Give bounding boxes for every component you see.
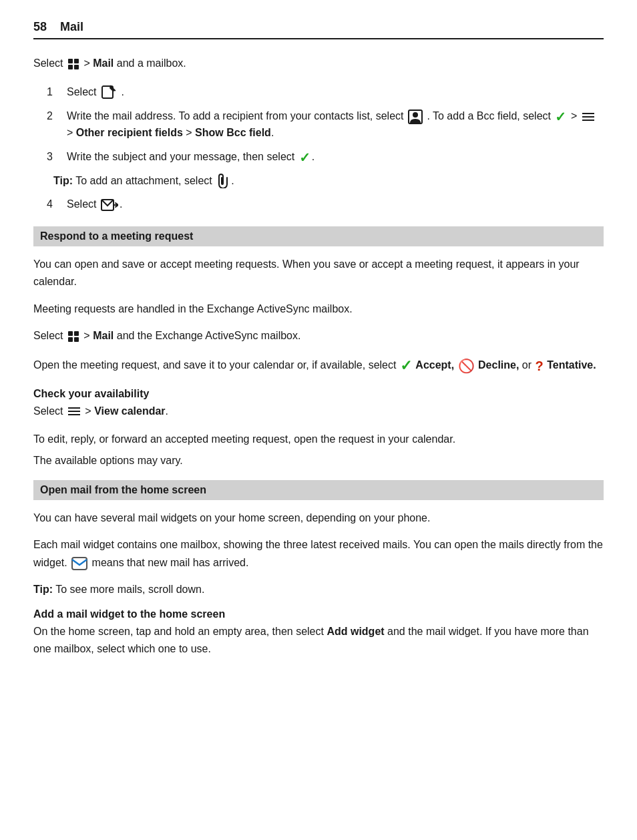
- tentative-icon: ?: [536, 355, 544, 377]
- subsection-2-title: Add a mail widget to the home screen: [33, 608, 604, 620]
- decline-icon: 🚫: [458, 355, 475, 377]
- subsection-1-text: Select > View calendar.: [33, 403, 604, 420]
- subsection-1-body: Select > View calendar.: [33, 403, 604, 420]
- section-2-body: You can have several mail widgets on you…: [33, 509, 604, 599]
- step-3: 3 Write the subject and your message, th…: [47, 148, 604, 166]
- tip-2-label: Tip:: [33, 584, 53, 595]
- step-2: 2 Write the mail address. To add a recip…: [47, 108, 604, 142]
- section-1-para2: Meeting requests are handled in the Exch…: [33, 300, 604, 318]
- tip-1-text: To add an attachment, select: [75, 175, 215, 186]
- contact-icon: [407, 110, 424, 124]
- section-1-body: You can open and save or accept meeting …: [33, 256, 604, 379]
- svg-point-3: [413, 112, 418, 118]
- step-4-num: 4: [47, 196, 67, 213]
- step-4-content: Select .: [67, 196, 604, 213]
- section-1-para1: You can open and save or accept meeting …: [33, 256, 604, 291]
- step-4: 4 Select .: [47, 196, 604, 213]
- step-1-content: Select .: [67, 83, 604, 101]
- subsection-2-body: On the home screen, tap and hold an empt…: [33, 623, 604, 658]
- para-edit-text: To edit, reply, or forward an accepted m…: [33, 433, 604, 445]
- apps-icon: [68, 59, 79, 69]
- check-icon-1: ✓: [555, 110, 566, 124]
- section-2-para2: Each mail widget contains one mailbox, s…: [33, 536, 604, 572]
- section-2-para2-after: means that new mail has arrived.: [92, 557, 249, 568]
- tip-1: Tip: To add an attachment, select .: [53, 172, 604, 190]
- section-1-header: Respond to a meeting request: [33, 226, 604, 246]
- section-2-para1: You can have several mail widgets on you…: [33, 509, 604, 527]
- send-icon: [99, 198, 120, 212]
- section-1-title: Respond to a meeting request: [40, 230, 193, 242]
- subsection-2-text: On the home screen, tap and hold an empt…: [33, 623, 604, 658]
- subsection-1-title: Check your availability: [33, 388, 604, 400]
- steps-list: 1 Select . 2 Write the mail address. To …: [47, 83, 604, 166]
- para-options-text: The available options may vary.: [33, 455, 604, 467]
- section-1-select: Select > Mail and the Exchange ActiveSyn…: [33, 327, 604, 345]
- compose-icon: [99, 85, 118, 101]
- menu-icon-2: [66, 407, 82, 415]
- step-2-num: 2: [47, 108, 67, 142]
- tip-2: Tip: To see more mails, scroll down.: [33, 581, 604, 598]
- header: 58 Mail: [33, 20, 604, 39]
- section-2-title: Open mail from the home screen: [40, 484, 206, 495]
- tip-1-label: Tip:: [53, 175, 73, 186]
- step-1-text: Select: [67, 86, 99, 97]
- step-3-num: 3: [47, 148, 67, 166]
- menu-icon-1: [580, 113, 596, 121]
- step-3-content: Write the subject and your message, then…: [67, 148, 604, 166]
- tip-2-text-content: To see more mails, scroll down.: [55, 584, 204, 595]
- attach-icon: [215, 174, 231, 188]
- step-1-period: .: [121, 86, 124, 97]
- step-1-num: 1: [47, 83, 67, 101]
- check-icon-2: ✓: [299, 151, 310, 164]
- intro-text-before: Select: [33, 57, 63, 69]
- accept-icon: ✓: [400, 354, 412, 378]
- section-2-header: Open mail from the home screen: [33, 480, 604, 500]
- step-4-list: 4 Select .: [47, 196, 604, 213]
- step-1: 1 Select .: [47, 83, 604, 101]
- para-edit: To edit, reply, or forward an accepted m…: [33, 433, 604, 445]
- page: 58 Mail Select > Mail and a mailbox. 1 S…: [0, 0, 637, 840]
- para-options: The available options may vary.: [33, 455, 604, 467]
- header-title: Mail: [60, 20, 83, 34]
- section-1-open: Open the meeting request, and save it to…: [33, 354, 604, 378]
- page-number: 58: [33, 20, 47, 34]
- apps-icon-2: [68, 331, 79, 342]
- mail-widget-icon: [70, 557, 89, 570]
- svg-rect-5: [72, 558, 87, 570]
- step-2-content: Write the mail address. To add a recipie…: [67, 108, 604, 142]
- intro-text-after: > Mail and a mailbox.: [83, 57, 186, 69]
- intro-line: Select > Mail and a mailbox.: [33, 55, 604, 71]
